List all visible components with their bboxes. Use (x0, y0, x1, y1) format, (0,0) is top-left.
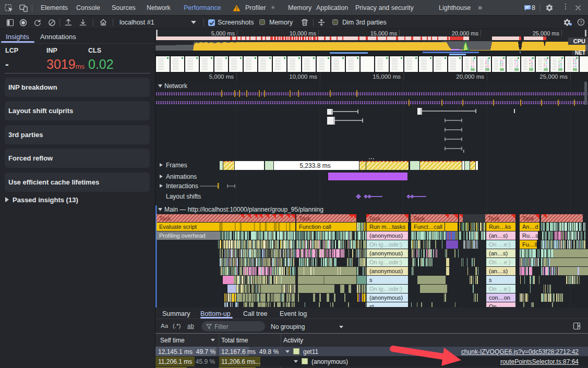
svg-text:Animations: Animations (166, 173, 197, 180)
svg-text:(an…s): (an…s) (489, 250, 508, 256)
svg-text:CPU: CPU (573, 38, 585, 44)
svg-text:Ru…s: Ru…s (522, 232, 538, 239)
svg-text:5,233.8 ms: 5,233.8 ms (299, 162, 330, 169)
svg-text:Frames: Frames (166, 162, 187, 169)
svg-text:15,000 ms: 15,000 ms (370, 30, 398, 36)
svg-text:Task: Task (522, 215, 534, 222)
svg-text:Network: Network (164, 82, 188, 90)
svg-text:On ig…ode:): On ig…ode:) (369, 286, 402, 292)
svg-text:Task: Task (413, 215, 425, 222)
svg-text:Main — http://localhost:10000/: Main — http://localhost:10000/planner/gr… (164, 206, 323, 213)
svg-text:On …e:): On …e:) (489, 241, 511, 248)
svg-text:Run m…tasks: Run m…tasks (369, 224, 406, 230)
svg-text:5,000 ms: 5,000 ms (209, 73, 234, 80)
svg-text:(anonymous): (anonymous) (369, 232, 403, 239)
svg-text:5,000 ms: 5,000 ms (211, 30, 235, 36)
svg-text:st: st (369, 303, 374, 308)
svg-text:(anonymous): (anonymous) (369, 268, 403, 274)
svg-text:Layout shifts: Layout shifts (166, 193, 201, 200)
svg-text:Interactions: Interactions (166, 182, 198, 190)
svg-text:On ig…ode:): On ig…ode:) (369, 259, 402, 265)
svg-text:Task: Task (159, 215, 171, 222)
svg-text:Task: Task (369, 215, 381, 222)
svg-text:On…: On… (489, 303, 502, 308)
svg-text:25,000 ms: 25,000 ms (539, 73, 568, 80)
svg-text:(an…s): (an…s) (489, 232, 508, 239)
svg-text:Evaluate script: Evaluate script (159, 224, 197, 230)
svg-text:15,000 ms: 15,000 ms (373, 73, 401, 80)
svg-text:con…on: con…on (489, 295, 510, 301)
svg-text:25,000 ms: 25,000 ms (533, 30, 560, 36)
svg-text:Funct…call: Funct…call (414, 224, 442, 230)
svg-text:10,000 ms: 10,000 ms (289, 73, 317, 80)
svg-text:s: s (369, 277, 373, 283)
svg-text:An…d: An…d (522, 224, 538, 230)
svg-text:Function call: Function call (299, 224, 331, 230)
svg-text:(anonymous): (anonymous) (369, 295, 403, 301)
svg-text:Fu…ll: Fu…ll (522, 241, 537, 248)
svg-text:Task: Task (488, 215, 500, 222)
svg-text:NET: NET (575, 50, 585, 56)
svg-text:Profiling overhead: Profiling overhead (159, 232, 206, 239)
svg-text:s: s (489, 277, 492, 283)
svg-text:20,000 ms: 20,000 ms (452, 30, 479, 36)
svg-text:20,000 ms: 20,000 ms (456, 73, 484, 80)
svg-text:On ig…ode:): On ig…ode:) (369, 241, 402, 248)
svg-text:?: ? (580, 20, 582, 25)
svg-text:(anonymous): (anonymous) (369, 250, 403, 256)
svg-text:10,000 ms: 10,000 ms (290, 30, 317, 36)
svg-text:(an…s): (an…s) (489, 268, 508, 274)
svg-text:On …e:): On …e:) (489, 259, 511, 265)
svg-text:Run…ks: Run…ks (489, 224, 511, 230)
svg-text:On …e:): On …e:) (489, 286, 511, 292)
svg-text:Task: Task (299, 215, 311, 222)
